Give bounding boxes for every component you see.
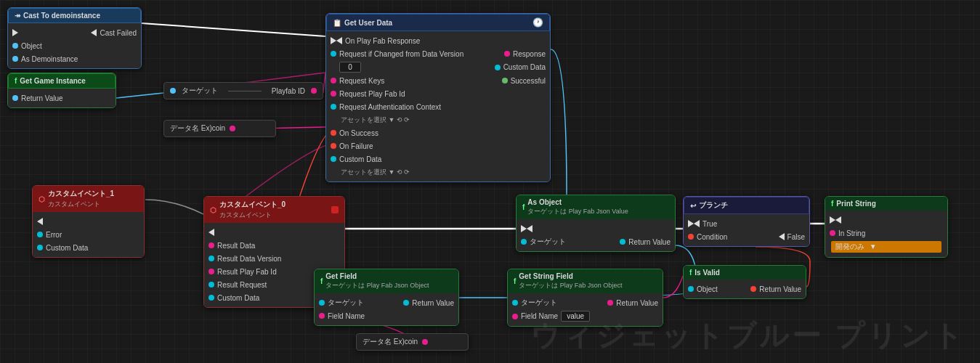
is-valid-node: f Is Valid Object Return Value [683, 265, 806, 299]
print-instring-pin [830, 230, 835, 236]
custom0-resultdata-pin [208, 242, 214, 248]
branch-false-pin [779, 233, 785, 240]
custom0-title: カスタムイベント_0 [219, 200, 286, 210]
cast-to-demoinstance-node: ↠ Cast To demoinstance Cast Failed Objec… [7, 7, 142, 69]
cast-node-header: ↠ Cast To demoinstance [8, 8, 141, 23]
getuserdata-exec-out [336, 37, 342, 44]
dataname2-node: データ名 Ex)coin [356, 333, 469, 351]
getstringfield-return-pin [607, 300, 613, 306]
getgame-header: f Get Game Instance [8, 73, 116, 89]
branch-title: ブランチ [699, 200, 728, 211]
cast-exec-row: Cast Failed [8, 26, 141, 39]
clock-icon: 🕐 [532, 17, 543, 28]
customdata-left-pin [331, 156, 336, 162]
custom1-exec-pin [37, 218, 43, 225]
customdata-right-pin [495, 65, 501, 70]
custom0-customdata-pin [208, 295, 214, 301]
getuserdata-header: 📋 Get User Data 🕐 [326, 14, 550, 31]
event0-icon: ⬡ [210, 206, 216, 214]
cast-object-row: Object [8, 39, 141, 52]
print-string-node: f Print String In String 開発のみ ▼ [825, 196, 948, 258]
branch-exec-in [688, 220, 694, 227]
getstringfield-title: Get String Field [519, 272, 622, 280]
custom1-customdata-pin [37, 245, 43, 250]
getfield-fieldname-pin [319, 313, 325, 319]
req-keys-pin [331, 78, 336, 83]
getfield-body: ターゲット Return Value Field Name [315, 293, 458, 325]
custom0-header: ⬡ カスタムイベント_0 カスタムイベント [204, 197, 344, 223]
branch-header: ↩ ブランチ [684, 197, 809, 214]
branch-node: ↩ ブランチ True Condition False [683, 196, 810, 247]
response-pin [504, 51, 510, 57]
getfield-target-pin [319, 300, 325, 306]
getstringfield-func-icon: f [514, 277, 516, 285]
asobject-exec-in [521, 225, 527, 232]
isvalid-func-icon: f [689, 269, 692, 277]
get-game-instance-node: f Get Game Instance Return Value [7, 73, 116, 108]
target-playfab-node: ターゲット Playfab ID [163, 82, 323, 99]
getuserdata-title: Get User Data [344, 19, 392, 27]
print-exec-out [835, 216, 841, 224]
on-failure-pin [331, 143, 336, 149]
asobject-exec-out [527, 225, 532, 232]
get-string-field-node: f Get String Field ターゲットは Play Fab Json … [507, 269, 663, 327]
print-devonly-label: 開発のみ ▼ [831, 241, 941, 253]
changed-version-input[interactable] [339, 62, 361, 73]
branch-true-pin [694, 220, 700, 227]
isvalid-header: f Is Valid [684, 266, 806, 280]
print-title: Print String [836, 200, 875, 208]
asobject-body: ターゲット Return Value [517, 219, 675, 251]
print-exec-in [830, 216, 835, 224]
event-icon: ⬡ [39, 195, 45, 203]
branch-condition-pin [688, 234, 694, 240]
get-user-data-node: 📋 Get User Data 🕐 On Play Fab Response R… [325, 13, 551, 182]
playfab-out-pin [311, 88, 317, 94]
getfield-header: f Get Field ターゲットは Play Fab Json Object [315, 269, 458, 293]
cast-failed-pin [91, 29, 97, 36]
asobject-return-pin [620, 239, 625, 245]
getstringfield-header: f Get String Field ターゲットは Play Fab Json … [508, 269, 663, 293]
getgame-body: Return Value [8, 89, 116, 107]
branch-body: True Condition False [684, 214, 809, 246]
isvalid-object-pin [688, 286, 694, 292]
on-success-pin [331, 130, 336, 136]
cast-asdemo-pin [12, 56, 18, 62]
branch-icon: ↩ [690, 202, 696, 210]
getstringfield-fieldname-input[interactable] [561, 311, 590, 322]
getgame-return-pin [12, 95, 18, 101]
asobject-header: f As Object ターゲットは Play Fab Json Value [517, 195, 675, 219]
cast-node-title: Cast To demoinstance [23, 12, 100, 20]
req-changed-pin [331, 51, 336, 57]
custom1-title: カスタムイベント_1 [48, 189, 114, 199]
custom1-header: ⬡ カスタムイベント_1 カスタムイベント [33, 186, 144, 212]
custom1-error-pin [37, 232, 43, 237]
custom0-exec-pin [208, 229, 214, 236]
getgame-return-row: Return Value [8, 91, 116, 105]
get-field-node: f Get Field ターゲットは Play Fab Json Object … [314, 269, 459, 326]
custom0-playfabid-pin [208, 269, 214, 274]
asobject-title: As Object [527, 198, 628, 206]
getuserdata-icon: 📋 [333, 19, 341, 27]
getfield-return-pin [403, 300, 409, 306]
custom0-red-indicator [331, 206, 339, 213]
req-auth-pin [331, 104, 336, 110]
getstringfield-target-pin [512, 300, 518, 306]
custom-event-1-node: ⬡ カスタムイベント_1 カスタムイベント Error Custom Data [32, 185, 145, 258]
isvalid-title: Is Valid [694, 269, 719, 277]
isvalid-body: Object Return Value [684, 280, 806, 298]
print-func-icon: f [831, 200, 833, 208]
cast-node-body: Cast Failed Object As Demoinstance [8, 23, 141, 68]
getstringfield-fieldname-pin [512, 314, 518, 319]
dataname2-pin [422, 339, 428, 345]
successful-pin [502, 78, 508, 83]
custom1-body: Error Custom Data [33, 212, 144, 257]
target-in-pin [170, 88, 176, 94]
custom0-rrequest-pin [208, 282, 214, 287]
asobject-target-pin [521, 239, 527, 245]
cast-exec-in-pin [12, 29, 18, 36]
dataname-node: データ名 Ex)coin [163, 120, 276, 137]
asobject-func-icon: f [522, 203, 525, 211]
getuserdata-exec-in [331, 37, 336, 44]
getfield-title: Get Field [325, 272, 429, 280]
func-icon: f [15, 77, 17, 85]
